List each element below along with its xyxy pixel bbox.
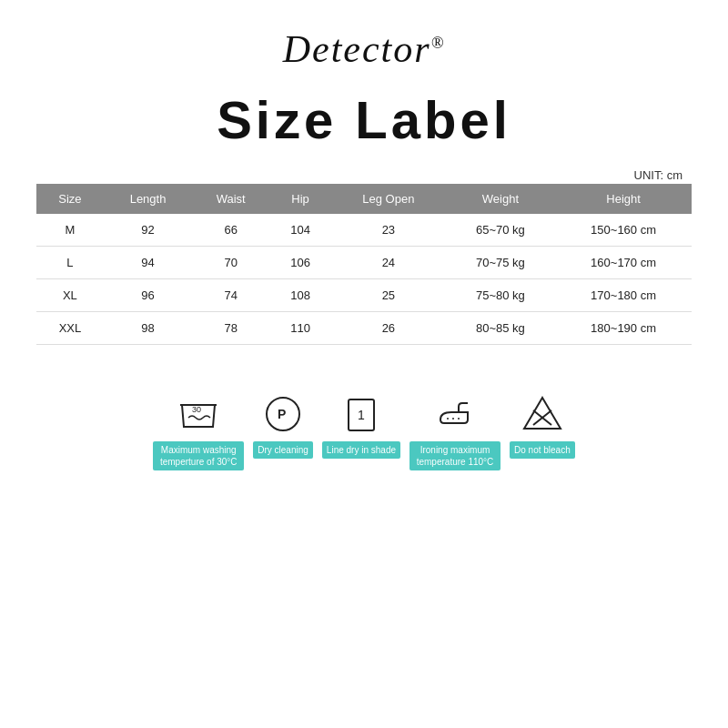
col-weight: Weight <box>446 184 555 214</box>
table-cell: 150~160 cm <box>555 214 692 247</box>
ironing-icon <box>431 390 479 438</box>
svg-point-7 <box>452 418 454 420</box>
table-row: XL96741082575~80 kg170~180 cm <box>36 279 692 312</box>
table-cell: 74 <box>192 279 269 312</box>
table-cell: 75~80 kg <box>446 279 555 312</box>
care-item-ironing: Ironing maximum temperature 110°C <box>410 390 500 470</box>
table-cell: 25 <box>331 279 446 312</box>
table-cell: 23 <box>331 214 446 247</box>
table-cell: 180~190 cm <box>555 312 692 345</box>
table-header-row: Size Length Waist Hip Leg Open Weight He… <box>36 184 692 214</box>
care-item-line-dry: 1 Line dry in shade <box>322 390 400 470</box>
svg-text:30: 30 <box>192 405 201 414</box>
no-bleach-icon <box>519 390 566 438</box>
table-cell: 160~170 cm <box>555 247 692 279</box>
table-cell: 66 <box>192 214 269 247</box>
table-cell: 70 <box>192 247 269 279</box>
ironing-label: Ironing maximum temperature 110°C <box>410 441 500 470</box>
line-dry-icon: 1 <box>338 390 385 438</box>
page: Detector® Size Label UNIT: cm Size Lengt… <box>0 0 728 728</box>
col-waist: Waist <box>192 184 269 214</box>
unit-label: UNIT: cm <box>36 168 692 182</box>
svg-text:1: 1 <box>358 408 365 422</box>
col-height: Height <box>555 184 692 214</box>
table-cell: 106 <box>269 247 331 279</box>
table-cell: 170~180 cm <box>555 279 692 312</box>
care-item-washing: 30 Maximum washing temperture of 30°C <box>153 390 244 470</box>
svg-point-6 <box>447 418 449 420</box>
table-cell: 96 <box>104 279 192 312</box>
col-hip: Hip <box>269 184 331 214</box>
table-row: M92661042365~70 kg150~160 cm <box>36 214 692 247</box>
table-cell: 108 <box>269 279 331 312</box>
size-table: Size Length Waist Hip Leg Open Weight He… <box>36 184 692 345</box>
table-cell: XXL <box>36 312 104 345</box>
table-cell: 70~75 kg <box>446 247 555 279</box>
care-section: 30 Maximum washing temperture of 30°C P … <box>36 390 692 470</box>
care-item-dry-cleaning: P Dry cleaning <box>253 390 313 470</box>
size-label-title: Size Label <box>217 89 511 150</box>
table-cell: 26 <box>331 312 446 345</box>
dry-cleaning-label: Dry cleaning <box>253 441 313 459</box>
table-cell: 65~70 kg <box>446 214 555 247</box>
table-row: XXL98781102680~85 kg180~190 cm <box>36 312 692 345</box>
table-cell: 110 <box>269 312 331 345</box>
table-cell: 92 <box>104 214 192 247</box>
table-cell: 80~85 kg <box>446 312 555 345</box>
washing-icon: 30 <box>175 390 222 438</box>
table-cell: 104 <box>269 214 331 247</box>
no-bleach-label: Do not bleach <box>510 441 575 459</box>
dry-cleaning-icon: P <box>259 390 307 438</box>
washing-label: Maximum washing temperture of 30°C <box>153 441 244 470</box>
col-size: Size <box>36 184 104 214</box>
line-dry-label: Line dry in shade <box>322 441 400 459</box>
table-cell: L <box>36 247 104 279</box>
table-cell: XL <box>36 279 104 312</box>
col-leg-open: Leg Open <box>331 184 446 214</box>
table-cell: M <box>36 214 104 247</box>
table-cell: 98 <box>104 312 192 345</box>
table-cell: 78 <box>192 312 269 345</box>
svg-text:P: P <box>278 407 286 421</box>
brand-title: Detector® <box>283 27 446 71</box>
care-item-no-bleach: Do not bleach <box>510 390 575 470</box>
table-cell: 24 <box>331 247 446 279</box>
svg-point-8 <box>458 418 460 420</box>
col-length: Length <box>104 184 192 214</box>
table-row: L94701062470~75 kg160~170 cm <box>36 247 692 279</box>
table-cell: 94 <box>104 247 192 279</box>
